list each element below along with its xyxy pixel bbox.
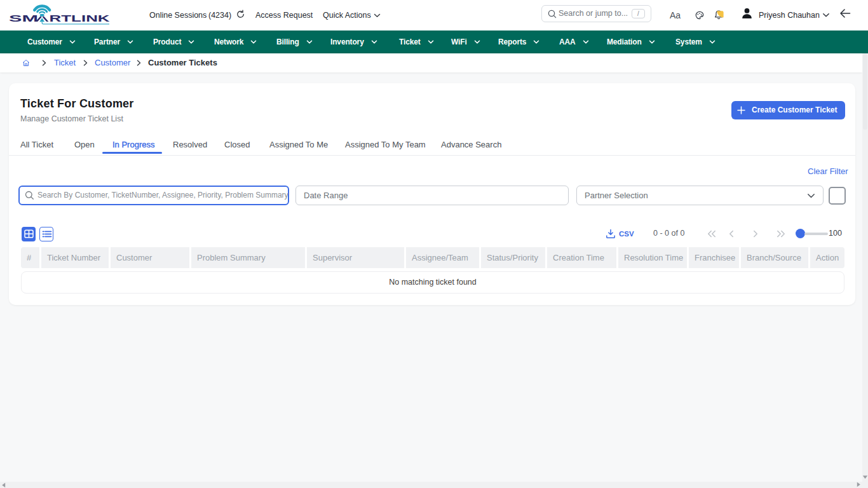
svg-text:RTLINK: RTLINK <box>50 13 111 24</box>
svg-text:SM: SM <box>9 13 38 24</box>
